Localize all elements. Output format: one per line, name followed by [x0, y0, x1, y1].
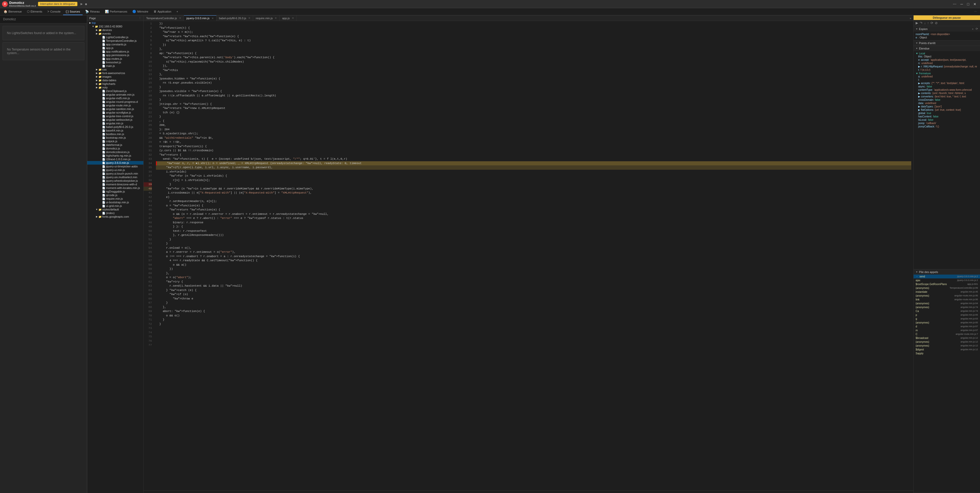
- tab-add[interactable]: +: [174, 8, 181, 15]
- tree-file-16[interactable]: 📄domoticz.js: [87, 146, 143, 150]
- stack-item-18[interactable]: (anonymes) angular.min.js:12: [913, 344, 980, 348]
- tab-console[interactable]: > Console: [45, 8, 63, 15]
- tree-file-17[interactable]: 📄domoticzdevices.js: [87, 150, 143, 154]
- stack-item-10[interactable]: p angular.min.js:65: [913, 313, 980, 317]
- closure-header[interactable]: ▼ Fermeture: [916, 72, 978, 75]
- stack-item-3[interactable]: (anonymes) TemperatureController.js:89: [913, 286, 980, 290]
- tab-network[interactable]: 📡 Réseau: [83, 8, 102, 15]
- more-tabs-icon[interactable]: »: [910, 17, 911, 20]
- code-editor[interactable]: 1234567891011121314151617181920212223242…: [144, 21, 913, 490]
- tree-appfile-7[interactable]: 📄livesocket.js: [87, 60, 143, 64]
- stack-item-15[interactable]: C angular-route.min.js:7: [913, 332, 980, 336]
- tree-appfile-3[interactable]: 📄app.js: [87, 46, 143, 50]
- record-icon[interactable]: ⏺: [84, 3, 88, 6]
- tree-file-20[interactable]: 📄jquery-3.6.0.min.js: [87, 161, 143, 165]
- tree-file-12[interactable]: 📄bootbox.min.js: [87, 132, 143, 136]
- tab-elements[interactable]: ⬡ Éléments: [24, 8, 45, 15]
- tab-temp-close[interactable]: ✕: [179, 17, 181, 19]
- tree-data-tables[interactable]: ▶ 📁 data-tables: [87, 78, 143, 82]
- tree-file-4[interactable]: 📄angular-route.min.js: [87, 103, 143, 107]
- tree-file-25[interactable]: 📄jquery.wheelcolorpicker.js: [87, 179, 143, 183]
- tree-styles-default[interactable]: ▼ 📁 styles/default: [87, 208, 143, 211]
- tree-file-3[interactable]: 📄angular-round-progress-d: [87, 100, 143, 103]
- explorer-actions[interactable]: ⋮: [138, 16, 141, 20]
- stack-item-13[interactable]: d angular.min.js:67: [913, 324, 980, 328]
- stack-item-14[interactable]: m angular.min.js:67: [913, 328, 980, 332]
- local-header[interactable]: ▼ Local: [916, 52, 978, 55]
- tree-file-31[interactable]: 📄ui-bootstrap.min.js: [87, 200, 143, 204]
- tree-file-15[interactable]: 📄dateformat.js: [87, 143, 143, 146]
- tree-file-2[interactable]: 📄angular-md5.min.js: [87, 96, 143, 100]
- tree-file-10[interactable]: 📄babel-polyfill-6.26.0.js: [87, 125, 143, 129]
- tree-appfile-1[interactable]: 📄TemperatureController.js: [87, 39, 143, 43]
- code-scrollbar[interactable]: [144, 490, 913, 493]
- tree-noty[interactable]: ▶ 📁 noty: [87, 86, 143, 89]
- tab-sources[interactable]: { } Sources: [63, 8, 83, 15]
- tree-font-awesome[interactable]: ▶ 📁 font-awesome/css: [87, 71, 143, 75]
- stack-item-12[interactable]: (anonymes) angular.min.js:65: [913, 321, 980, 324]
- tree-file-8[interactable]: 📄angular-websocket.js: [87, 118, 143, 121]
- tree-file-14[interactable]: 📄colpick.js: [87, 140, 143, 143]
- stack-item-1[interactable]: ajax jquery-3.6.0.min.js:2: [913, 278, 980, 282]
- code-tab-require[interactable]: require.min.js ✕: [253, 15, 280, 21]
- stack-item-16[interactable]: $broadcast angular.min.js:12: [913, 336, 980, 340]
- tree-appfile-2[interactable]: 📄app.constants.js: [87, 43, 143, 46]
- code-tab-jquery[interactable]: jquery-3.6.0.min.js ✕: [184, 15, 216, 21]
- tree-appfile-6[interactable]: 📄app.routes.js: [87, 57, 143, 60]
- tree-appfile-0[interactable]: 📄LightsController.js: [87, 35, 143, 39]
- step-into-icon[interactable]: ↓: [924, 21, 926, 25]
- tree-highcharts[interactable]: ▶ 📁 highcharts: [87, 82, 143, 86]
- code-tab-babel[interactable]: babel-polyfill-6.26.0.js ✕: [216, 15, 253, 21]
- tree-file-7[interactable]: 📄angular-tree-control.js: [87, 115, 143, 118]
- restart-icon[interactable]: ⟳: [931, 21, 933, 25]
- stack-item-0[interactable]: → send jquery-3.6.0.min.js:2: [913, 275, 980, 278]
- minimize-button[interactable]: ─: [959, 2, 965, 6]
- stack-item-19[interactable]: $digest angular.min.js:12: [913, 348, 980, 351]
- tree-file-24[interactable]: 📄jquery.uix.multiselect.min: [87, 175, 143, 179]
- stack-item-5[interactable]: (anonymes) angular-route.min.js:95: [913, 294, 980, 297]
- close-button[interactable]: ✕: [972, 2, 978, 6]
- code-tab-temperature[interactable]: TemperatureController.js ✕: [144, 15, 184, 21]
- maximize-button[interactable]: □: [966, 2, 971, 6]
- tree-file-19[interactable]: 📄i18next-1.8.0.min.js: [87, 157, 143, 161]
- step-out-icon[interactable]: ↑: [928, 21, 929, 25]
- stack-item-6[interactable]: link angular-route.min.js:95: [913, 297, 980, 302]
- dock-icon[interactable]: ⋯: [974, 10, 977, 13]
- tree-appfile-8[interactable]: 📄main.js: [87, 64, 143, 68]
- espion-add-icon[interactable]: +: [972, 27, 974, 30]
- tree-devices[interactable]: ▶ 📁 devices: [87, 28, 143, 32]
- scope-header[interactable]: ▼ Étendue: [913, 46, 980, 51]
- tree-file-13[interactable]: 📄bootstrap.min.js: [87, 136, 143, 140]
- breakpoints-header[interactable]: ▼ Points d'arrêt: [913, 40, 980, 46]
- tree-file-18[interactable]: 📄highcharts-ng.min.js: [87, 154, 143, 157]
- tab-bienvenue[interactable]: 🏠 Bienvenue: [1, 8, 24, 15]
- tree-file-26[interactable]: 📄moment-timezone-with-d: [87, 183, 143, 186]
- stack-item-8[interactable]: (anonymes) angular.min.js:74: [913, 305, 980, 309]
- callstack-header[interactable]: ▼ Pile des appels: [913, 269, 980, 275]
- play-icon[interactable]: ▶: [81, 2, 83, 6]
- tree-css[interactable]: ▶ 📁 css: [87, 68, 143, 71]
- stack-item-7[interactable]: (anonymes) angular.min.js:64: [913, 302, 980, 305]
- tree-file-23[interactable]: 📄jquery.ui.touch-punch.min: [87, 172, 143, 175]
- tree-file-22[interactable]: 📄jquery-ui.min.js: [87, 168, 143, 172]
- tree-file-32[interactable]: 📄ui-grid.min.js: [87, 204, 143, 208]
- tab-app-close[interactable]: ✕: [292, 17, 294, 19]
- stack-item-20[interactable]: Sapply: [913, 351, 980, 355]
- tree-file-0[interactable]: 📄ZeroClipboard.js: [87, 89, 143, 93]
- tree-file-28[interactable]: 📄ngDraggable.js: [87, 190, 143, 193]
- tab-jquery-close[interactable]: ✕: [212, 17, 214, 20]
- tree-google-apis[interactable]: ▶ 📁 fonts.googleapis.com: [87, 215, 143, 218]
- tree-root[interactable]: ▼ 📁 192.168.0.42:8080: [87, 25, 143, 28]
- tree-images[interactable]: ▶ 📁 images: [87, 75, 143, 78]
- tree-events[interactable]: ▶ 📁 events: [87, 32, 143, 35]
- tree-top[interactable]: ▶ top: [87, 21, 143, 25]
- step-over-icon[interactable]: ↷: [920, 21, 923, 25]
- stack-item-11[interactable]: g angular.min.js:63: [913, 317, 980, 321]
- espion-refresh-icon[interactable]: ⟳: [976, 27, 978, 30]
- tree-file-9[interactable]: 📄angular.min.js: [87, 121, 143, 125]
- espion-header[interactable]: ▼ Espion + ⟳: [913, 26, 980, 32]
- resume-icon[interactable]: ▶: [916, 21, 918, 25]
- deactivate-icon[interactable]: ⊘: [935, 21, 938, 25]
- tree-appfile-5[interactable]: 📄app.permissions.js: [87, 53, 143, 57]
- stack-item-4[interactable]: instantiate angular.min.js:45: [913, 290, 980, 294]
